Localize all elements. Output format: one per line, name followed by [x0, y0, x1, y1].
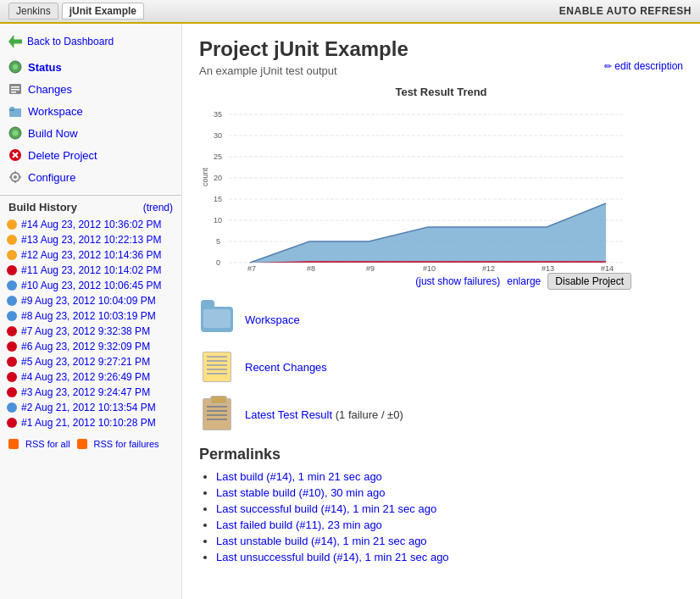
title-area: Project jUnit Example An example jUnit t… [199, 37, 683, 77]
build-now-icon [8, 126, 22, 140]
workspace-row: Workspace [199, 302, 683, 337]
rss-all-link[interactable]: RSS for all [25, 439, 70, 449]
build-link[interactable]: #5 Aug 23, 2012 9:27:21 PM [21, 356, 150, 368]
latest-test-row: Latest Test Result (1 failure / ±0) [199, 397, 683, 432]
build-status-dot [7, 326, 17, 336]
configure-link[interactable]: Configure [28, 171, 75, 184]
build-history-label: Build History [8, 201, 77, 214]
configure-icon [8, 170, 22, 184]
folder-icon [199, 302, 235, 337]
disable-project-button[interactable]: Disable Project [547, 273, 631, 290]
trend-link[interactable]: (trend) [143, 202, 173, 214]
build-link[interactable]: #12 Aug 23, 2012 10:14:36 PM [21, 249, 161, 261]
build-link[interactable]: #3 Aug 23, 2012 9:24:47 PM [21, 386, 150, 398]
build-status-dot [7, 418, 17, 428]
workspace-icon [8, 104, 22, 118]
sidebar-item-build-now[interactable]: Build Now [0, 122, 181, 144]
build-link[interactable]: #8 Aug 23, 2012 10:03:19 PM [21, 310, 156, 322]
svg-text:15: 15 [214, 195, 222, 203]
build-row: #7 Aug 23, 2012 9:32:38 PM [0, 324, 181, 339]
chart-actions: (just show failures) enlarge Disable Pro… [199, 273, 631, 290]
delete-project-link[interactable]: Delete Project [28, 149, 97, 162]
build-link[interactable]: #10 Aug 23, 2012 10:06:45 PM [21, 280, 161, 291]
build-status-dot [7, 387, 17, 397]
build-row: #9 Aug 23, 2012 10:04:09 PM [0, 293, 181, 308]
permalink-link[interactable]: Last build (#14), 1 min 21 sec ago [216, 470, 382, 483]
build-link[interactable]: #2 Aug 21, 2012 10:13:54 PM [21, 402, 156, 413]
clipboard-icon [199, 397, 235, 432]
permalinks-section: Permalinks Last build (#14), 1 min 21 se… [199, 446, 683, 563]
svg-text:#10: #10 [423, 264, 436, 271]
build-list: #14 Aug 23, 2012 10:36:02 PM #13 Aug 23,… [0, 215, 181, 432]
build-link[interactable]: #6 Aug 23, 2012 9:32:09 PM [21, 341, 150, 352]
build-row: #13 Aug 23, 2012 10:22:13 PM [0, 232, 181, 247]
rss-failures-link[interactable]: RSS for failures [94, 439, 159, 449]
list-item: Last stable build (#10), 30 min ago [216, 486, 683, 499]
sidebar-item-configure[interactable]: Configure [0, 166, 181, 188]
breadcrumb-junit[interactable]: jUnit Example [62, 3, 144, 19]
svg-point-15 [14, 175, 17, 179]
delete-icon [8, 148, 22, 162]
build-status-dot [7, 280, 17, 291]
changes-link[interactable]: Changes [28, 83, 72, 96]
svg-text:#14: #14 [601, 264, 614, 271]
svg-marker-37 [250, 203, 606, 263]
build-status-dot [7, 311, 17, 321]
build-row: #4 Aug 23, 2012 9:26:49 PM [0, 369, 181, 385]
build-status-dot [7, 219, 17, 230]
latest-test-quick-link[interactable]: Latest Test Result [245, 408, 332, 421]
build-status-dot [7, 296, 17, 306]
build-row: #12 Aug 23, 2012 10:14:36 PM [0, 247, 181, 263]
back-to-dashboard-link[interactable]: Back to Dashboard [0, 31, 181, 53]
svg-text:#13: #13 [542, 264, 554, 271]
enlarge-link[interactable]: enlarge [507, 275, 541, 287]
build-status-dot [7, 250, 17, 260]
svg-text:#9: #9 [366, 264, 375, 271]
sidebar-item-workspace[interactable]: Workspace [0, 100, 181, 122]
svg-text:35: 35 [214, 110, 222, 119]
just-show-failures-link[interactable]: (just show failures) [415, 275, 500, 287]
rss-failures-icon [77, 439, 87, 449]
workspace-link[interactable]: Workspace [28, 105, 83, 118]
build-status-dot [7, 341, 17, 352]
sidebar-item-delete-project[interactable]: Delete Project [0, 144, 181, 166]
svg-rect-3 [11, 86, 19, 88]
build-link[interactable]: #1 Aug 21, 2012 10:10:28 PM [21, 417, 156, 429]
main-content: Project jUnit Example An example jUnit t… [182, 24, 700, 599]
build-status-dot [7, 372, 17, 382]
build-row: #5 Aug 23, 2012 9:27:21 PM [0, 354, 181, 369]
permalink-list: Last build (#14), 1 min 21 sec agoLast s… [199, 470, 683, 563]
enable-auto-refresh-link[interactable]: ENABLE AUTO REFRESH [559, 5, 692, 17]
status-link[interactable]: Status [28, 61, 62, 74]
permalink-link[interactable]: Last unstable build (#14), 1 min 21 sec … [216, 535, 427, 547]
build-link[interactable]: #9 Aug 23, 2012 10:04:09 PM [21, 295, 156, 307]
changes-icon [8, 82, 22, 96]
build-now-link[interactable]: Build Now [28, 127, 78, 140]
list-item: Last failed build (#11), 23 min ago [216, 519, 683, 531]
permalinks-title: Permalinks [199, 446, 683, 463]
permalink-link[interactable]: Last successful build (#14), 1 min 21 se… [216, 502, 436, 515]
latest-test-text: Latest Test Result (1 failure / ±0) [245, 408, 403, 421]
permalink-link[interactable]: Last unsuccessful build (#14), 1 min 21 … [216, 551, 449, 563]
list-item: Last successful build (#14), 1 min 21 se… [216, 502, 683, 515]
chart-wrapper: 0 5 10 15 20 25 30 35 count [199, 102, 631, 271]
svg-text:10: 10 [214, 216, 222, 225]
workspace-quick-link[interactable]: Workspace [245, 313, 300, 326]
recent-changes-row: Recent Changes [199, 349, 683, 385]
latest-test-extra: (1 failure / ±0) [332, 408, 403, 421]
permalink-link[interactable]: Last stable build (#10), 30 min ago [216, 486, 385, 499]
build-link[interactable]: #13 Aug 23, 2012 10:22:13 PM [21, 234, 161, 246]
build-link[interactable]: #7 Aug 23, 2012 9:32:38 PM [21, 325, 150, 337]
build-link[interactable]: #4 Aug 23, 2012 9:26:49 PM [21, 371, 150, 383]
sidebar-item-changes[interactable]: Changes [0, 78, 181, 100]
breadcrumb-jenkins[interactable]: Jenkins [8, 3, 58, 19]
edit-description-link[interactable]: ✏ edit description [604, 60, 683, 72]
build-history-header: Build History (trend) [0, 195, 181, 215]
recent-changes-quick-link[interactable]: Recent Changes [245, 361, 327, 374]
build-link[interactable]: #11 Aug 23, 2012 10:14:02 PM [21, 264, 161, 276]
notepad-icon [199, 349, 235, 385]
permalink-link[interactable]: Last failed build (#11), 23 min ago [216, 519, 382, 531]
build-link[interactable]: #14 Aug 23, 2012 10:36:02 PM [21, 219, 161, 230]
build-row: #11 Aug 23, 2012 10:14:02 PM [0, 263, 181, 278]
sidebar-item-status[interactable]: Status [0, 56, 181, 78]
